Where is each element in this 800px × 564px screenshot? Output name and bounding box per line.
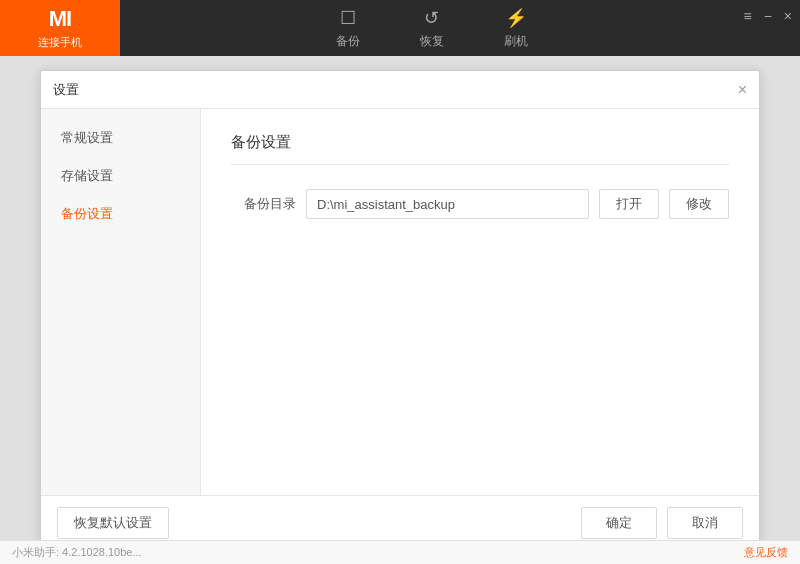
modify-button[interactable]: 修改 bbox=[669, 189, 729, 219]
nav-restore[interactable]: ↺ 恢复 bbox=[420, 7, 444, 50]
dialog-titlebar: 设置 × bbox=[41, 71, 759, 109]
statusbar: 小米助手: 4.2.1028.10be... 意见反馈 bbox=[0, 540, 800, 564]
flash-icon: ⚡ bbox=[505, 7, 527, 29]
backup-dir-row: 备份目录 打开 修改 bbox=[231, 189, 729, 219]
backup-dir-input[interactable] bbox=[306, 189, 589, 219]
version-label: 小米助手: 4.2.1028.10be... bbox=[12, 545, 142, 560]
titlebar: MI 连接手机 ☐ 备份 ↺ 恢复 ⚡ 刷机 ≡ − × bbox=[0, 0, 800, 56]
restore-icon: ↺ bbox=[424, 7, 439, 29]
nav-restore-label: 恢复 bbox=[420, 33, 444, 50]
footer-left: 恢复默认设置 bbox=[57, 507, 169, 539]
feedback-link[interactable]: 意见反馈 bbox=[744, 545, 788, 560]
backup-dir-label: 备份目录 bbox=[231, 195, 296, 213]
dialog-body: 常规设置 存储设置 备份设置 备份设置 备份目录 打开 修改 bbox=[41, 109, 759, 495]
reset-defaults-button[interactable]: 恢复默认设置 bbox=[57, 507, 169, 539]
minimize-button[interactable]: − bbox=[764, 8, 772, 24]
cancel-button[interactable]: 取消 bbox=[667, 507, 743, 539]
sidebar-item-backup[interactable]: 备份设置 bbox=[41, 195, 200, 233]
menu-icon[interactable]: ≡ bbox=[743, 8, 751, 24]
sidebar-item-storage[interactable]: 存储设置 bbox=[41, 157, 200, 195]
settings-sidebar: 常规设置 存储设置 备份设置 bbox=[41, 109, 201, 495]
nav-flash[interactable]: ⚡ 刷机 bbox=[504, 7, 528, 50]
footer-right: 确定 取消 bbox=[581, 507, 743, 539]
window-controls: ≡ − × bbox=[743, 0, 800, 56]
nav-flash-label: 刷机 bbox=[504, 33, 528, 50]
dialog-close-button[interactable]: × bbox=[738, 81, 747, 99]
mi-icon: MI bbox=[49, 6, 71, 32]
nav-backup[interactable]: ☐ 备份 bbox=[336, 7, 360, 50]
close-button[interactable]: × bbox=[784, 8, 792, 24]
settings-main: 备份设置 备份目录 打开 修改 bbox=[201, 109, 759, 495]
settings-dialog: 设置 × 常规设置 存储设置 备份设置 备份设置 备份目录 打开 修改 bbox=[40, 70, 760, 550]
backup-icon: ☐ bbox=[340, 7, 356, 29]
open-button[interactable]: 打开 bbox=[599, 189, 659, 219]
titlebar-nav: ☐ 备份 ↺ 恢复 ⚡ 刷机 bbox=[120, 0, 743, 56]
dialog-overlay: 设置 × 常规设置 存储设置 备份设置 备份设置 备份目录 打开 修改 bbox=[0, 56, 800, 564]
app-logo: MI 连接手机 bbox=[0, 0, 120, 56]
nav-backup-label: 备份 bbox=[336, 33, 360, 50]
sidebar-item-general[interactable]: 常规设置 bbox=[41, 119, 200, 157]
section-title: 备份设置 bbox=[231, 133, 729, 152]
logo-label: 连接手机 bbox=[38, 35, 82, 50]
section-divider bbox=[231, 164, 729, 165]
confirm-button[interactable]: 确定 bbox=[581, 507, 657, 539]
dialog-title: 设置 bbox=[53, 81, 738, 99]
